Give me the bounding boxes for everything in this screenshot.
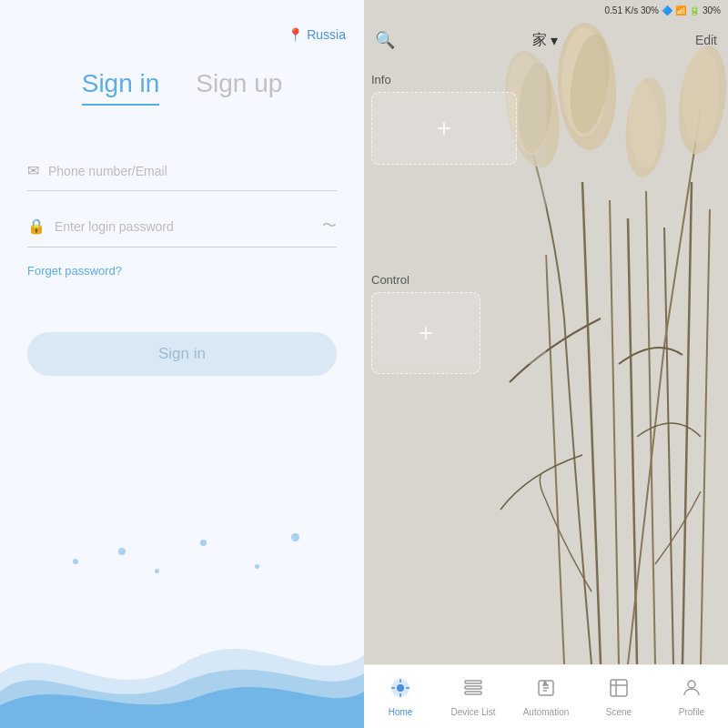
eye-toggle-icon[interactable]: 〜 — [322, 217, 337, 236]
dot-3 — [155, 569, 159, 573]
dot-6 — [291, 533, 299, 541]
automation-icon: A — [535, 677, 557, 704]
svg-rect-23 — [465, 686, 481, 689]
control-section: Control + — [371, 273, 480, 374]
edit-button[interactable]: Edit — [695, 33, 717, 47]
auth-tabs: Sign in Sign up — [0, 69, 364, 106]
search-icon[interactable]: 🔍 — [375, 30, 395, 50]
nav-device-list[interactable]: Device List — [437, 677, 510, 717]
top-navigation: 🔍 家 ▾ Edit — [364, 20, 728, 60]
battery-icon: 🔋 — [689, 5, 700, 15]
dot-2 — [118, 548, 126, 555]
automation-label: Automation — [523, 707, 570, 717]
svg-rect-22 — [465, 681, 481, 683]
scene-label: Scene — [606, 707, 632, 717]
location-pin-icon: 📍 — [288, 27, 303, 42]
network-speed: 0.51 K/s 30% — [605, 5, 659, 15]
forgot-password-link[interactable]: Forget password? — [27, 264, 337, 278]
bluetooth-icon: 🔷 — [662, 5, 672, 15]
wifi-icon: 📶 — [675, 5, 686, 15]
signin-form: ✉ 🔒 〜 Forget password? Sign in — [0, 106, 364, 376]
nav-automation[interactable]: A Automation — [510, 677, 582, 717]
dot-1 — [73, 559, 78, 564]
email-input-group: ✉ — [27, 151, 337, 191]
home-title-area: 家 ▾ — [532, 31, 558, 50]
device-list-label: Device List — [451, 707, 496, 717]
status-text: 0.51 K/s 30% 🔷 📶 🔋 30% — [605, 5, 722, 15]
tab-signup[interactable]: Sign up — [196, 69, 282, 106]
nav-scene[interactable]: Scene — [582, 677, 655, 717]
email-icon: ✉ — [27, 162, 39, 179]
svg-rect-27 — [611, 680, 627, 696]
battery-percent: 30% — [703, 5, 721, 15]
password-input-group: 🔒 〜 — [27, 206, 337, 248]
profile-label: Profile — [679, 707, 704, 717]
info-plus-icon: + — [437, 114, 451, 143]
nav-home[interactable]: Home — [364, 677, 437, 717]
profile-icon — [681, 677, 703, 704]
lock-icon: 🔒 — [27, 217, 46, 235]
control-label: Control — [371, 273, 480, 287]
tab-signin[interactable]: Sign in — [82, 69, 160, 106]
info-add-card[interactable]: + — [371, 92, 517, 165]
nav-profile[interactable]: Profile — [655, 677, 728, 717]
chevron-down-icon[interactable]: ▾ — [551, 32, 558, 49]
control-plus-icon: + — [419, 318, 433, 348]
status-bar: 0.51 K/s 30% 🔷 📶 🔋 30% — [364, 0, 728, 20]
home-nav-icon — [389, 677, 411, 704]
svg-text:A: A — [543, 681, 547, 686]
signin-button[interactable]: Sign in — [27, 332, 337, 376]
device-list-icon — [462, 677, 484, 704]
svg-point-21 — [397, 684, 404, 692]
password-input[interactable] — [55, 219, 313, 234]
svg-point-30 — [688, 681, 695, 688]
info-label: Info — [371, 73, 517, 86]
scene-icon — [608, 677, 630, 704]
wave-decoration — [0, 582, 364, 728]
home-name: 家 — [532, 31, 547, 50]
bottom-navigation: Home Device List A Automation Scene Prof… — [364, 664, 728, 728]
location-display: 📍 Russia — [288, 27, 346, 42]
control-add-card[interactable]: + — [371, 292, 480, 374]
svg-rect-24 — [465, 692, 481, 694]
dot-4 — [200, 540, 207, 546]
location-bar: 📍 Russia — [0, 0, 364, 51]
smarthome-panel: 0.51 K/s 30% 🔷 📶 🔋 30% 🔍 家 ▾ Edit Info +… — [364, 0, 728, 728]
signin-panel: 📍 Russia Sign in Sign up ✉ 🔒 〜 Forget pa… — [0, 0, 364, 728]
home-nav-label: Home — [389, 707, 413, 717]
location-name: Russia — [307, 27, 346, 42]
email-input[interactable] — [48, 164, 337, 178]
dot-5 — [255, 564, 259, 569]
info-section: Info + — [371, 73, 517, 165]
